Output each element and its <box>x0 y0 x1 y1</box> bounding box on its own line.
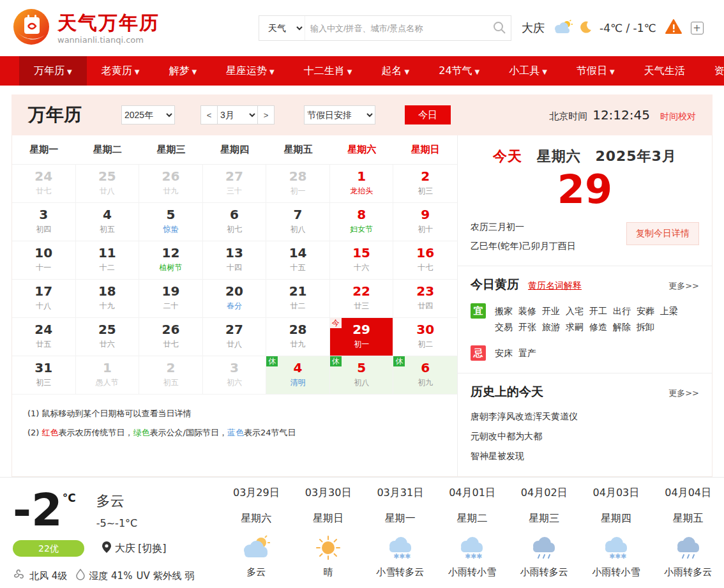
almanac-more-link[interactable]: 更多>> <box>668 280 699 292</box>
almanac-term[interactable]: 出行 <box>613 303 631 319</box>
forecast-day[interactable]: 03月29日 星期六 多云 -5~-1°C <box>220 486 292 588</box>
forecast-day[interactable]: 04月03日 星期四 ✱✱✱ 小雨转小雪 1~10°C <box>580 486 652 588</box>
calendar-cell[interactable]: 19 二十 <box>139 280 203 318</box>
holiday-schedule-select[interactable]: 节假日安排 <box>304 105 375 124</box>
calendar-cell[interactable]: 今 29 初一 <box>330 318 394 356</box>
prev-month-button[interactable]: < <box>200 105 218 124</box>
almanac-term[interactable]: 开工 <box>589 303 607 319</box>
almanac-term[interactable]: 上梁 <box>660 303 678 319</box>
year-select[interactable]: 2025年 <box>121 105 175 124</box>
calendar-cell[interactable]: 5 惊蛰 <box>139 203 203 241</box>
nav-item-小工具[interactable]: 小工具▼ <box>494 56 562 86</box>
calendar-cell[interactable]: 24 廿七 <box>12 165 76 203</box>
today-button[interactable]: 今日 <box>405 105 451 124</box>
calendar-cell[interactable]: 14 十五 <box>266 241 330 280</box>
almanac-term[interactable]: 修造 <box>589 319 607 335</box>
calendar-cell[interactable]: 2 初三 <box>393 165 457 203</box>
calendar-cell[interactable]: 12 植树节 <box>139 241 203 280</box>
almanac-term[interactable]: 求嗣 <box>566 319 584 335</box>
calendar-cell[interactable]: 20 春分 <box>203 280 267 318</box>
calendar-cell[interactable]: 13 十四 <box>203 241 267 280</box>
weather-alert-icon[interactable] <box>665 19 682 37</box>
forecast-day[interactable]: 04月01日 星期二 ✱✱✱ 小雨转小雪 -3~6°C <box>436 486 508 588</box>
almanac-term[interactable]: 解除 <box>613 319 631 335</box>
calendar-cell[interactable]: 26 廿七 <box>139 318 203 356</box>
calendar-cell[interactable]: 23 廿四 <box>393 280 457 318</box>
calendar-cell[interactable]: 28 初一 <box>266 165 330 203</box>
search-button[interactable] <box>488 16 511 40</box>
calendar-cell[interactable]: 休 6 初九 <box>393 356 457 395</box>
almanac-glossary-link[interactable]: 黄历名词解释 <box>528 280 582 292</box>
aqi-badge[interactable]: 22优 <box>13 540 84 557</box>
nav-item-老黄历[interactable]: 老黄历▼ <box>87 56 155 86</box>
calendar-cell[interactable]: 8 妇女节 <box>330 203 394 241</box>
history-item[interactable]: 智神星被发现 <box>471 446 699 466</box>
copy-today-detail-button[interactable]: 复制今日详情 <box>626 222 699 245</box>
almanac-term[interactable]: 装修 <box>518 303 536 319</box>
switch-city-link[interactable]: [切换] <box>138 542 166 555</box>
calendar-cell[interactable]: 18 十九 <box>76 280 140 318</box>
nav-item-十二生肖[interactable]: 十二生肖▼ <box>289 56 367 86</box>
almanac-term[interactable]: 安床 <box>495 345 513 361</box>
nav-item-起名[interactable]: 起名▼ <box>367 56 425 86</box>
calendar-cell[interactable]: 17 十八 <box>12 280 76 318</box>
almanac-term[interactable]: 旅游 <box>542 319 560 335</box>
calendar-cell[interactable]: 2 初五 <box>139 356 203 395</box>
forecast-day[interactable]: 03月30日 星期日 晴 -6~3°C <box>292 486 365 588</box>
nav-item-万年历[interactable]: 万年历▼ <box>19 56 87 86</box>
forecast-day[interactable]: 04月02日 星期三 小雨转多云 -0~8°C <box>508 486 580 588</box>
header-city[interactable]: 大庆 <box>522 20 545 36</box>
calendar-cell[interactable]: 30 初二 <box>393 318 457 356</box>
calendar-cell[interactable]: 21 廿二 <box>266 280 330 318</box>
calendar-cell[interactable]: 26 廿九 <box>139 165 203 203</box>
nav-item-资讯[interactable]: 资讯▼ <box>700 56 724 86</box>
search-input[interactable] <box>305 17 488 40</box>
site-logo[interactable]: 天气万年历 wannianli.tianqi.com <box>11 7 160 49</box>
forecast-day[interactable]: 03月31日 星期一 ✱✱✱ 小雪转多云 -2~3°C <box>364 486 436 588</box>
search-category-select[interactable]: 天气 <box>259 16 305 40</box>
history-more-link[interactable]: 更多>> <box>668 388 699 399</box>
calendar-cell[interactable]: 31 初三 <box>12 356 76 395</box>
calendar-cell[interactable]: 27 三十 <box>203 165 267 203</box>
calendar-cell[interactable]: 3 初四 <box>12 203 76 241</box>
almanac-term[interactable]: 拆卸 <box>637 319 654 335</box>
calendar-cell[interactable]: 16 十七 <box>393 241 457 280</box>
calendar-cell[interactable]: 6 初七 <box>203 203 267 241</box>
nav-item-天气生活[interactable]: 天气生活 <box>630 56 700 86</box>
calendar-cell[interactable]: 28 廿九 <box>266 318 330 356</box>
almanac-term[interactable]: 置产 <box>518 345 536 361</box>
history-item[interactable]: 元朝改中都为大都 <box>471 426 699 446</box>
almanac-term[interactable]: 搬家 <box>495 303 513 319</box>
almanac-term[interactable]: 安葬 <box>637 303 654 319</box>
almanac-term[interactable]: 入宅 <box>566 303 584 319</box>
nav-item-星座运势[interactable]: 星座运势▼ <box>211 56 289 86</box>
nav-item-节假日[interactable]: 节假日▼ <box>562 56 630 86</box>
calendar-cell[interactable]: 25 廿六 <box>76 318 140 356</box>
almanac-term[interactable]: 开业 <box>542 303 560 319</box>
calendar-cell[interactable]: 27 廿八 <box>203 318 267 356</box>
calendar-cell[interactable]: 3 初六 <box>203 356 267 395</box>
history-item[interactable]: 唐朝李淳风改造浑天黄道仪 <box>471 407 699 426</box>
nav-item-24节气[interactable]: 24节气▼ <box>424 56 494 86</box>
calendar-cell[interactable]: 休 4 清明 <box>266 356 330 395</box>
calendar-cell[interactable]: 10 十一 <box>12 241 76 280</box>
calendar-cell[interactable]: 1 龙抬头 <box>330 165 394 203</box>
calendar-cell[interactable]: 24 廿五 <box>12 318 76 356</box>
add-widget-icon[interactable]: + <box>691 22 704 34</box>
nav-item-解梦[interactable]: 解梦▼ <box>154 56 211 86</box>
almanac-term[interactable]: 交易 <box>495 319 513 335</box>
calendar-cell[interactable]: 22 廿三 <box>330 280 394 318</box>
next-month-button[interactable]: > <box>257 105 275 124</box>
calendar-cell[interactable]: 15 十六 <box>330 241 394 280</box>
calendar-cell[interactable]: 休 5 初八 <box>330 356 394 395</box>
calendar-cell[interactable]: 11 十二 <box>76 241 140 280</box>
almanac-term[interactable]: 开张 <box>518 319 536 335</box>
forecast-day[interactable]: 04月04日 星期五 小雨转多云 2~14°C <box>652 486 724 588</box>
calendar-cell[interactable]: 9 初十 <box>393 203 457 241</box>
calendar-cell[interactable]: 4 初五 <box>76 203 140 241</box>
calendar-cell[interactable]: 25 廿八 <box>76 165 140 203</box>
calendar-cell[interactable]: 1 愚人节 <box>76 356 140 395</box>
time-check-link[interactable]: 时间校对 <box>660 111 696 123</box>
month-select[interactable]: 3月 <box>218 105 257 124</box>
calendar-cell[interactable]: 7 初八 <box>266 203 330 241</box>
